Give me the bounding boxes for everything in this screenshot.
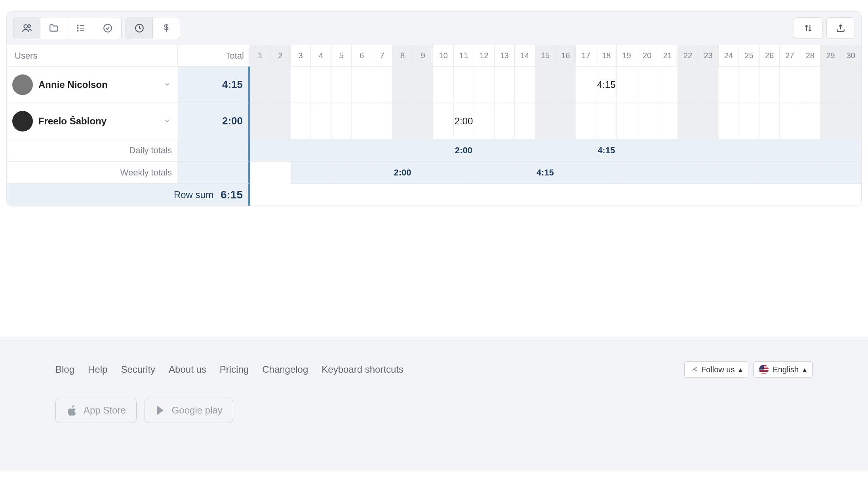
user-day-cell[interactable] (556, 103, 576, 139)
user-day-cell[interactable] (556, 67, 576, 103)
user-day-cell[interactable] (413, 103, 433, 139)
report-panel: UsersTotal123456789101112131415161718192… (6, 11, 862, 206)
user-day-cell[interactable] (291, 67, 311, 103)
daily-total-cell (657, 139, 678, 162)
projects-view-button[interactable] (40, 17, 67, 39)
user-day-cell[interactable] (372, 67, 392, 103)
user-day-cell[interactable] (331, 67, 352, 103)
user-day-cell[interactable] (454, 67, 474, 103)
user-day-cell[interactable] (657, 67, 678, 103)
time-view-button[interactable] (126, 17, 153, 39)
user-day-cell[interactable]: 4:15 (596, 67, 617, 103)
user-day-cell[interactable] (719, 103, 739, 139)
footer-link-pricing[interactable]: Pricing (220, 364, 249, 375)
user-day-cell[interactable] (372, 103, 392, 139)
user-day-cell[interactable] (719, 67, 739, 103)
user-day-cell[interactable] (270, 103, 290, 139)
user-day-cell[interactable] (678, 67, 698, 103)
user-day-cell[interactable] (617, 103, 637, 139)
user-day-cell[interactable] (250, 103, 270, 139)
user-row-name[interactable]: Freelo Šablony (7, 103, 178, 139)
user-day-cell[interactable] (576, 67, 596, 103)
list-view-button[interactable] (67, 17, 94, 39)
day-header-28: 28 (800, 45, 820, 67)
follow-us-dropdown[interactable]: Follow us ▴ (684, 361, 748, 378)
user-day-cell[interactable] (596, 103, 617, 139)
user-day-cell[interactable] (250, 67, 270, 103)
user-day-cell[interactable] (474, 103, 494, 139)
user-day-cell[interactable] (270, 67, 290, 103)
user-day-cell[interactable] (841, 103, 861, 139)
user-day-cell[interactable] (739, 67, 759, 103)
user-day-cell[interactable] (535, 67, 556, 103)
day-header-12: 12 (474, 45, 494, 67)
user-day-cell[interactable] (637, 67, 657, 103)
footer-link-changelog[interactable]: Changelog (262, 364, 308, 375)
tasks-view-button[interactable] (94, 17, 121, 39)
user-day-cell[interactable] (413, 67, 433, 103)
chevron-down-icon[interactable] (164, 116, 171, 127)
daily-total-cell (800, 139, 820, 162)
app-store-button[interactable]: App Store (55, 398, 137, 423)
weekly-total-cell: 2:00 (331, 162, 474, 184)
user-day-cell[interactable] (760, 103, 780, 139)
sort-button[interactable] (794, 17, 822, 39)
user-day-cell[interactable] (820, 103, 841, 139)
user-day-cell[interactable] (433, 67, 453, 103)
user-day-cell[interactable] (311, 103, 331, 139)
footer-link-about-us[interactable]: About us (169, 364, 206, 375)
day-header-21: 21 (657, 45, 678, 67)
user-day-cell[interactable] (474, 67, 494, 103)
daily-total-cell: 4:15 (596, 139, 617, 162)
user-day-cell[interactable] (617, 67, 637, 103)
user-day-cell[interactable] (657, 103, 678, 139)
user-day-cell[interactable] (352, 103, 372, 139)
us-flag-icon (759, 365, 769, 374)
user-day-cell[interactable] (698, 67, 718, 103)
daily-total-cell (841, 139, 861, 162)
user-name: Freelo Šablony (38, 116, 107, 127)
user-day-cell[interactable] (535, 103, 556, 139)
user-row-name[interactable]: Annie Nicolson (7, 67, 178, 103)
user-day-cell[interactable] (800, 67, 820, 103)
user-day-cell[interactable] (291, 103, 311, 139)
money-view-button[interactable] (153, 17, 180, 39)
user-day-cell[interactable] (495, 67, 515, 103)
footer-link-keyboard-shortcuts[interactable]: Keyboard shortcuts (322, 364, 404, 375)
share-icon (690, 366, 697, 373)
user-day-cell[interactable] (780, 103, 800, 139)
user-day-cell[interactable] (495, 103, 515, 139)
user-day-cell[interactable] (352, 67, 372, 103)
user-day-cell[interactable] (760, 67, 780, 103)
row-sum-value: 6:15 (221, 189, 243, 201)
footer-link-security[interactable]: Security (121, 364, 155, 375)
user-day-cell[interactable] (780, 67, 800, 103)
weekly-total-cell (291, 162, 331, 184)
user-day-cell[interactable] (841, 67, 861, 103)
user-day-cell[interactable] (698, 103, 718, 139)
footer-link-blog[interactable]: Blog (55, 364, 74, 375)
google-play-button[interactable]: Google play (145, 398, 233, 423)
users-view-button[interactable] (13, 17, 40, 39)
user-day-cell[interactable] (392, 103, 413, 139)
export-button[interactable] (826, 17, 855, 39)
user-day-cell[interactable] (820, 67, 841, 103)
chevron-down-icon[interactable] (164, 79, 171, 90)
user-day-cell[interactable] (515, 67, 535, 103)
day-header-27: 27 (780, 45, 800, 67)
user-day-cell[interactable]: 2:00 (454, 103, 474, 139)
user-day-cell[interactable] (678, 103, 698, 139)
language-dropdown[interactable]: English ▴ (753, 361, 813, 378)
user-day-cell[interactable] (392, 67, 413, 103)
user-day-cell[interactable] (331, 103, 352, 139)
weekly-total-cell (760, 162, 861, 184)
user-day-cell[interactable] (739, 103, 759, 139)
user-day-cell[interactable] (800, 103, 820, 139)
user-day-cell[interactable] (433, 103, 453, 139)
user-day-cell[interactable] (576, 103, 596, 139)
user-day-cell[interactable] (311, 67, 331, 103)
user-day-cell[interactable] (637, 103, 657, 139)
user-day-cell[interactable] (515, 103, 535, 139)
day-header-2: 2 (270, 45, 290, 67)
footer-link-help[interactable]: Help (88, 364, 107, 375)
